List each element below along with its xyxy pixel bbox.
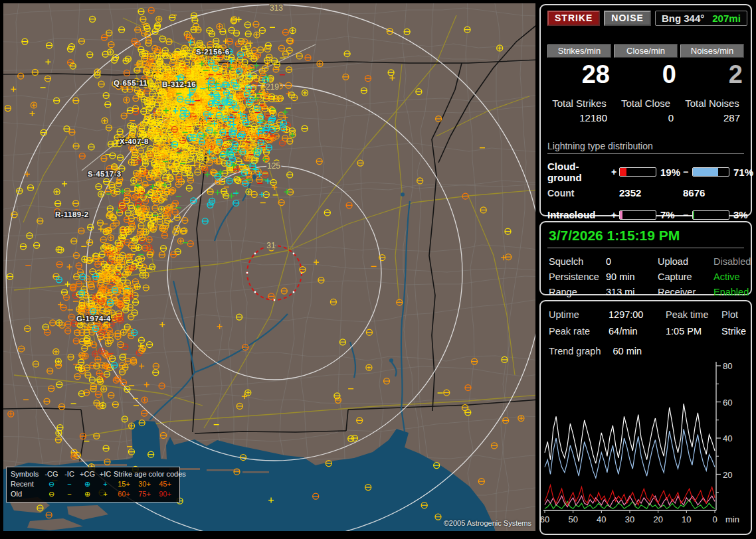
uptime-value: 1297:00 (609, 309, 666, 320)
svg-text:40: 40 (723, 433, 732, 443)
cg-pos-bar (619, 167, 656, 177)
noises-per-min-column: Noises/min 2 Total Noises 287 (680, 44, 744, 123)
ic-neg-bar (692, 210, 729, 220)
age-75: 75+ (134, 489, 155, 499)
ic-neg-recent-icon: − (61, 479, 78, 489)
cg-neg-pct: 71% (731, 167, 755, 178)
svg-text:20: 20 (653, 514, 662, 524)
ic-neg-pct: 3% (731, 209, 755, 220)
distribution-header: Lightning type distribution (547, 141, 744, 154)
legend-col-ic-pos: +IC (97, 469, 114, 479)
copyright-text: ©2005 Astrogenic Systems (444, 519, 531, 527)
svg-text:10: 10 (682, 514, 691, 524)
strikes-per-min-value: 28 (547, 62, 611, 87)
legend-col-cg-neg: -CG (42, 469, 61, 479)
svg-text:30: 30 (625, 514, 634, 524)
range-value: 313 mi (606, 287, 658, 297)
plot-label: Plot (721, 309, 756, 320)
map-canvas[interactable]: 31125219313S-2156-6Q-655-11B-312-16X-407… (3, 3, 535, 531)
cg-pos-old-icon: ⊕ (78, 489, 97, 499)
cg-neg-recent-icon: ⊖ (42, 479, 61, 489)
svg-text:313: 313 (270, 3, 283, 13)
plot-value: Strike (721, 326, 756, 337)
svg-text:80: 80 (723, 361, 732, 371)
bearing-display: Bng 344° 207mi (655, 11, 747, 26)
bearing-value: Bng 344° (662, 13, 704, 24)
lightning-map[interactable]: 31125219313S-2156-6Q-655-11B-312-16X-407… (3, 3, 535, 531)
map-legend: Symbols -CG -IC +CG +IC Strike age color… (6, 467, 180, 502)
noise-button[interactable]: NOISE (604, 11, 651, 26)
uptime-label: Uptime (549, 309, 609, 320)
persistence-value: 90 min (606, 271, 658, 282)
bearing-distance: 207mi (712, 13, 741, 24)
peak-rate-label: Peak rate (549, 326, 609, 337)
svg-text:60: 60 (541, 514, 549, 524)
legend-col-ic-neg: -IC (61, 469, 78, 479)
age-60: 60+ (114, 489, 134, 499)
intracloud-label: Intracloud (547, 209, 611, 220)
legend-symbols-header: Symbols (11, 469, 42, 479)
svg-text:40: 40 (597, 514, 606, 524)
range-label: Range (549, 287, 606, 297)
upload-label: Upload (658, 256, 713, 267)
ic-pos-recent-icon: + (97, 479, 114, 489)
ic-neg-bar-fill (693, 211, 694, 219)
cg-neg-bar (692, 167, 729, 177)
total-close-value: 0 (614, 112, 678, 123)
svg-text:50: 50 (568, 514, 577, 524)
cg-pos-bar-fill (620, 168, 626, 176)
noises-per-min-badge: Noises/min (680, 44, 744, 58)
peak-time-value: 1:05 PM (666, 326, 721, 337)
svg-text:20: 20 (723, 470, 732, 480)
svg-text:125: 125 (267, 161, 280, 171)
plus-sign: + (611, 210, 619, 220)
total-strikes-label: Total Strikes (547, 98, 611, 109)
minus-sign: − (683, 210, 692, 220)
capture-label: Capture (658, 271, 713, 282)
ic-neg-old-icon: − (61, 489, 78, 499)
datetime-display: 3/7/2026 1:15:19 PM (547, 226, 744, 248)
cloud-ground-label: Cloud-ground (547, 161, 611, 183)
age-30: 30+ (134, 479, 155, 489)
total-noises-label: Total Noises (680, 98, 744, 109)
cloud-ground-count-row: Count 2352 8676 (547, 187, 744, 198)
persistence-label: Persistence (549, 271, 606, 282)
svg-text:min: min (725, 514, 739, 524)
trend-graph-label: Trend graph (549, 346, 601, 356)
total-noises-value: 287 (680, 112, 744, 123)
ic-pos-bar (619, 210, 656, 220)
legend-age-header: Strike age color codes (114, 469, 175, 479)
age-45: 45+ (155, 479, 175, 489)
age-15: 15+ (114, 479, 134, 489)
intracloud-row: Intracloud + 7% − 3% (547, 209, 744, 220)
strikes-per-min-badge: Strikes/min (547, 44, 611, 58)
svg-text:0: 0 (712, 514, 717, 524)
svg-text:Q-655-11: Q-655-11 (114, 79, 147, 87)
counters-box: STRIKE NOISE Bng 344° 207mi Strikes/min … (539, 4, 752, 216)
svg-text:X-407-8: X-407-8 (120, 137, 149, 145)
cg-neg-count: 8676 (683, 187, 731, 198)
svg-text:31: 31 (266, 241, 276, 250)
ic-pos-pct: 7% (658, 209, 683, 220)
svg-text:S-4517-3: S-4517-3 (88, 170, 122, 178)
svg-text:60: 60 (723, 398, 732, 408)
nexstorm-window: 31125219313S-2156-6Q-655-11B-312-16X-407… (0, 0, 756, 539)
svg-text:219: 219 (266, 82, 279, 92)
ic-pos-bar-fill (620, 211, 622, 219)
cg-pos-recent-icon: ⊕ (78, 479, 97, 489)
cg-neg-bar-fill (693, 168, 718, 176)
trend-graph-window: 60 min (613, 346, 642, 356)
plus-sign: + (611, 167, 619, 177)
peak-rate-value: 64/min (609, 326, 666, 337)
close-per-min-value: 0 (614, 62, 678, 87)
receiver-label: Receiver (658, 287, 713, 297)
ic-pos-old-icon: + (97, 489, 114, 499)
close-per-min-badge: Close/min (614, 44, 678, 58)
noises-per-min-value: 2 (680, 62, 744, 87)
status-box: 3/7/2026 1:15:19 PM Squelch 0 Upload Dis… (539, 221, 752, 295)
strikes-per-min-column: Strikes/min 28 Total Strikes 12180 (547, 44, 611, 123)
legend-row-recent-label: Recent (11, 479, 42, 489)
svg-text:G-1974-4: G-1974-4 (76, 315, 111, 323)
strike-button[interactable]: STRIKE (547, 11, 600, 26)
age-90: 90+ (155, 489, 175, 499)
